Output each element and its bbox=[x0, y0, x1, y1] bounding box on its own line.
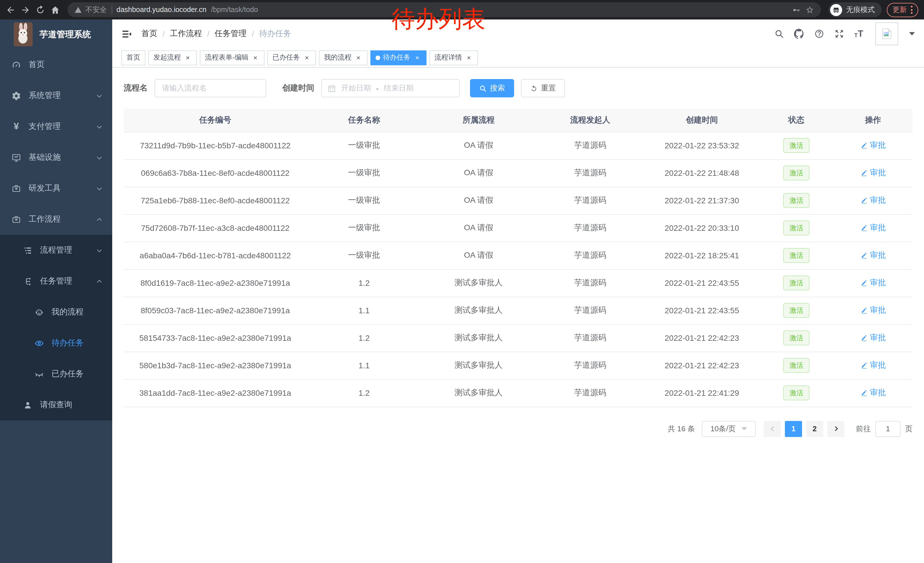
chrome-update-menu[interactable]: 更新 bbox=[887, 3, 918, 17]
next-page-button[interactable] bbox=[827, 421, 844, 437]
approve-link[interactable]: 审批 bbox=[860, 168, 886, 178]
status-cell: 激活 bbox=[759, 187, 834, 214]
approve-link[interactable]: 审批 bbox=[860, 333, 886, 343]
close-icon[interactable]: × bbox=[465, 54, 473, 62]
sidebar-item-dev-tools[interactable]: 研发工具 bbox=[0, 173, 112, 204]
github-icon[interactable] bbox=[794, 29, 804, 39]
table-row[interactable]: 381aa1dd-7ac8-11ec-a9e2-a2380e71991a 1.2… bbox=[124, 379, 912, 407]
table-row[interactable]: 8f0d1619-7ac8-11ec-a9e2-a2380e71991a 1.2… bbox=[124, 269, 912, 297]
tab-my-processes[interactable]: 我的流程× bbox=[319, 50, 368, 65]
approve-link[interactable]: 审批 bbox=[860, 360, 886, 371]
approve-link[interactable]: 审批 bbox=[860, 388, 886, 398]
created-time-cell: 2022-01-22 21:37:30 bbox=[645, 187, 759, 214]
dashboard-icon bbox=[12, 60, 21, 70]
status-cell: 激活 bbox=[759, 352, 834, 379]
approve-link[interactable]: 审批 bbox=[860, 223, 886, 233]
page-button-2[interactable]: 2 bbox=[806, 421, 823, 437]
sidebar-item-todo-tasks[interactable]: 待办任务 bbox=[0, 327, 112, 359]
col-task-name: 任务名称 bbox=[307, 109, 422, 132]
help-icon[interactable] bbox=[814, 29, 824, 39]
sidebar-item-task-management[interactable]: 任务管理 bbox=[0, 266, 112, 297]
search-icon[interactable] bbox=[774, 29, 784, 39]
sidebar-toggle-icon[interactable] bbox=[122, 29, 132, 39]
close-icon[interactable]: × bbox=[184, 54, 192, 62]
app-title: 芋道管理系统 bbox=[39, 29, 91, 40]
breadcrumb: 首页 / 工作流程 / 任务管理 / 待办任务 bbox=[141, 29, 291, 39]
sidebar-item-payment[interactable]: ¥ 支付管理 bbox=[0, 111, 112, 142]
table-row[interactable]: 75d72608-7b7f-11ec-a3c8-acde48001122 一级审… bbox=[124, 214, 912, 242]
app-logo-row[interactable]: 芋道管理系统 bbox=[0, 20, 112, 49]
breadcrumb-home[interactable]: 首页 bbox=[141, 29, 158, 39]
refresh-icon bbox=[530, 84, 538, 92]
sidebar-item-home[interactable]: 首页 bbox=[0, 49, 112, 80]
created-time-cell: 2022-01-22 21:48:48 bbox=[645, 159, 759, 187]
table-row[interactable]: 580e1b3d-7ac8-11ec-a9e2-a2380e71991a 1.1… bbox=[124, 352, 912, 379]
tab-done-tasks[interactable]: 已办任务× bbox=[267, 50, 316, 65]
tab-process-form-edit[interactable]: 流程表单-编辑× bbox=[200, 50, 264, 65]
security-chip[interactable]: 不安全 bbox=[74, 5, 107, 15]
reload-icon[interactable] bbox=[36, 5, 45, 15]
sidebar-item-done-tasks[interactable]: 已办任务 bbox=[0, 359, 112, 389]
table-row[interactable]: 73211d9d-7b9b-11ec-b5b7-acde48001122 一级审… bbox=[124, 132, 912, 159]
edit-pencil-icon bbox=[860, 389, 868, 396]
table-row[interactable]: 725a1eb6-7b88-11ec-8ef0-acde48001122 一级审… bbox=[124, 187, 912, 214]
approve-link[interactable]: 审批 bbox=[860, 195, 886, 206]
table-row[interactable]: a6aba0a4-7b6d-11ec-b781-acde48001122 一级审… bbox=[124, 242, 912, 269]
col-created: 创建时间 bbox=[645, 109, 759, 132]
table-row[interactable]: 069c6a63-7b8a-11ec-8ef0-acde48001122 一级审… bbox=[124, 159, 912, 187]
breadcrumb-task-management[interactable]: 任务管理 bbox=[214, 29, 247, 39]
table-row[interactable]: 8f059c03-7ac8-11ec-a9e2-a2380e71991a 1.1… bbox=[124, 297, 912, 324]
back-icon[interactable] bbox=[6, 5, 15, 15]
sidebar-item-system[interactable]: 系统管理 bbox=[0, 80, 112, 111]
sidebar-item-label: 首页 bbox=[28, 60, 45, 70]
close-icon[interactable]: × bbox=[303, 54, 311, 62]
chevron-down-icon bbox=[741, 427, 747, 430]
table-header-row: 任务编号 任务名称 所属流程 流程发起人 创建时间 状态 操作 bbox=[124, 109, 912, 132]
page-size-select[interactable]: 10条/页 bbox=[702, 421, 756, 437]
approve-link[interactable]: 审批 bbox=[860, 305, 886, 315]
home-icon[interactable] bbox=[50, 5, 60, 15]
status-badge: 激活 bbox=[783, 165, 810, 181]
status-cell: 激活 bbox=[759, 269, 834, 297]
tab-process-detail[interactable]: 流程详情× bbox=[429, 50, 478, 65]
forward-icon[interactable] bbox=[21, 5, 30, 15]
close-icon[interactable]: × bbox=[354, 54, 362, 62]
sidebar-item-infrastructure[interactable]: 基础设施 bbox=[0, 142, 112, 173]
process-name-input[interactable]: 请输入流程名 bbox=[154, 79, 266, 98]
sidebar-item-process-management[interactable]: 流程管理 bbox=[0, 235, 112, 266]
fullscreen-icon[interactable] bbox=[834, 29, 844, 39]
breadcrumb-workflow[interactable]: 工作流程 bbox=[170, 29, 202, 39]
table-row[interactable]: 58154733-7ac8-11ec-a9e2-a2380e71991a 1.2… bbox=[124, 324, 912, 352]
sidebar-item-label: 工作流程 bbox=[28, 214, 61, 225]
chevron-down-icon[interactable] bbox=[909, 32, 915, 36]
edit-pencil-icon bbox=[860, 197, 868, 204]
approve-link[interactable]: 审批 bbox=[860, 250, 886, 261]
chevron-down-icon bbox=[96, 246, 103, 254]
search-button[interactable]: 搜索 bbox=[470, 79, 514, 98]
date-range-picker[interactable]: 开始日期 - 结束日期 bbox=[321, 79, 460, 98]
tab-home[interactable]: 首页 bbox=[122, 50, 146, 65]
tab-todo-tasks[interactable]: 待办任务× bbox=[370, 50, 426, 65]
process-cell: 测试多审批人 bbox=[422, 324, 536, 352]
col-actions: 操作 bbox=[834, 109, 912, 132]
sidebar-item-my-processes[interactable]: 我的流程 bbox=[0, 297, 112, 327]
approve-link[interactable]: 审批 bbox=[860, 140, 886, 151]
col-task-id: 任务编号 bbox=[124, 109, 307, 132]
sidebar-item-label: 待办任务 bbox=[51, 338, 84, 348]
avatar[interactable] bbox=[875, 23, 898, 45]
font-size-icon[interactable]: TT bbox=[854, 29, 863, 38]
password-key-icon[interactable] bbox=[792, 6, 801, 14]
prev-page-button[interactable] bbox=[764, 421, 781, 437]
bookmark-star-icon[interactable] bbox=[806, 6, 814, 14]
sidebar-item-leave-query[interactable]: 请假查询 bbox=[0, 389, 112, 420]
close-icon[interactable]: × bbox=[251, 54, 260, 62]
goto-page-input[interactable]: 1 bbox=[875, 421, 900, 437]
page-button-1[interactable]: 1 bbox=[785, 421, 802, 437]
close-icon[interactable]: × bbox=[413, 54, 422, 62]
sidebar-item-workflow[interactable]: 工作流程 bbox=[0, 204, 112, 235]
status-badge: 激活 bbox=[783, 386, 810, 401]
approve-link[interactable]: 审批 bbox=[860, 278, 886, 288]
reset-button[interactable]: 重置 bbox=[521, 79, 565, 98]
initiator-cell: 芋道源码 bbox=[536, 379, 645, 407]
tab-launch-process[interactable]: 发起流程× bbox=[148, 50, 197, 65]
